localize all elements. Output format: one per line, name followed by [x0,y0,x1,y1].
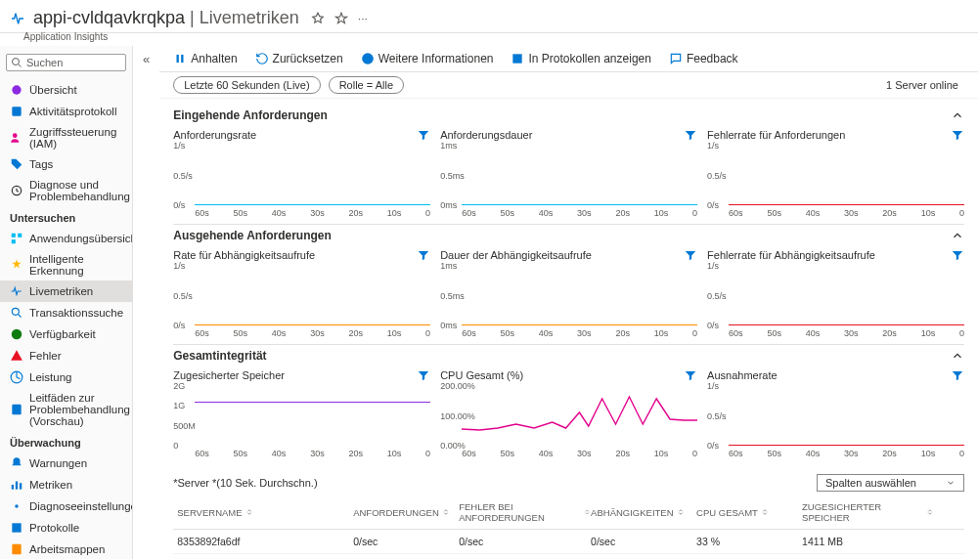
sidebar-item-metrics[interactable]: Metriken [0,474,132,495]
sidebar-item-logs[interactable]: Protokolle [0,517,132,538]
svg-rect-28 [513,54,522,63]
section-outgoing: Ausgehende Anforderungen [173,224,964,246]
svg-rect-7 [12,239,16,243]
more-icon[interactable]: ··· [358,12,368,25]
sort-icon [677,508,685,516]
collapse-sidebar-button[interactable]: « [133,46,159,559]
chart-title: Ausnahmerate [707,369,778,381]
chart-title: Anforderungsdauer [440,129,532,141]
sidebar-item-appmap[interactable]: Anwendungsübersicht [0,228,132,249]
sidebar-item-tags[interactable]: Tags [0,153,132,175]
svg-point-8 [12,308,19,315]
table-title: *Server *(10 Sek. Durchschn.) [173,477,317,489]
page-header: appi-cvldqavkrqkpa | Livemetriken ··· [0,0,978,33]
section-health: Gesamtintegrität [173,344,964,366]
toolbar: Anhalten Zurücksetzen Weitere Informatio… [159,46,978,72]
sidebar-section-explore: Untersuchen [0,206,132,228]
filter-icon[interactable] [951,248,964,262]
sidebar-item-alerts[interactable]: Warnungen [0,452,132,474]
sidebar-item-smart[interactable]: Intelligente Erkennung [0,249,132,280]
chart: Fehlerrate für Abhängigkeitsaufrufe 1/s0… [707,246,964,342]
sidebar: Suchen Übersicht Aktivitätsprotokoll Zug… [0,46,133,559]
sidebar-item-txsearch[interactable]: Transaktionssuche [0,302,132,323]
sort-icon [926,508,934,516]
sidebar-item-activity[interactable]: Aktivitätsprotokoll [0,101,132,122]
chart-title: Zugesicherter Speicher [173,369,285,381]
filter-icon[interactable] [684,128,697,142]
reset-button[interactable]: Zurücksetzen [255,52,343,65]
chevron-up-icon[interactable] [951,108,964,122]
sidebar-item-performance[interactable]: Leistung [0,366,132,388]
svg-rect-2 [12,107,21,115]
pause-button[interactable]: Anhalten [173,52,237,65]
filter-icon[interactable] [684,368,697,382]
search-input[interactable]: Suchen [6,54,126,71]
chevron-down-icon [946,478,956,488]
chart-title: Fehlerrate für Anforderungen [707,129,845,141]
chart: Anforderungsrate 1/s0.5/s0/s 60s50s40s30… [173,126,430,222]
filter-icon[interactable] [684,248,697,262]
svg-point-0 [13,59,20,65]
table-header-cell[interactable]: ABHÄNGIGKEITEN [591,507,696,518]
sort-icon [584,508,591,516]
sidebar-item-live[interactable]: Livemetriken [0,280,132,302]
sort-icon [245,508,253,516]
table-row[interactable]: 8353892fa6df 0/sec 0/sec 0/sec 33 % 1411… [173,530,964,554]
server-count: 1 Server online [886,79,964,91]
table-header-cell[interactable]: SERVERNAME [177,507,353,518]
sidebar-item-iam[interactable]: Zugriffssteuerung (IAM) [0,122,132,153]
sidebar-item-overview[interactable]: Übersicht [0,79,132,101]
pin-icon[interactable] [311,12,325,25]
role-filter[interactable]: Rolle = Alle [329,76,404,94]
chart: Ausnahmerate 1/s0.5/s0/s 60s50s40s30s20s… [707,366,964,462]
page-title: appi-cvldqavkrqkpa | Livemetriken [33,8,299,28]
svg-rect-16 [12,523,21,532]
svg-point-27 [362,53,374,65]
table-header-cell[interactable]: FEHLER BEI ANFORDERUNGEN [459,501,591,523]
chevron-up-icon[interactable] [951,229,964,242]
sidebar-item-workbooks[interactable]: Arbeitsmappen [0,538,132,559]
svg-rect-11 [12,405,21,415]
filter-icon[interactable] [951,368,964,382]
chart: Rate für Abhängigkeitsaufrufe 1/s0.5/s0/… [173,246,430,342]
chart: CPU Gesamt (%) 200.00%100.00%0.00% 60s50… [440,366,697,462]
time-filter[interactable]: Letzte 60 Sekunden (Live) [173,76,320,94]
sort-icon [442,508,450,516]
table-header-cell[interactable]: CPU GESAMT [696,507,802,518]
chart: Fehlerrate für Anforderungen 1/s0.5/s0/s… [707,126,964,222]
favorite-icon[interactable] [334,12,348,25]
svg-rect-5 [12,234,16,237]
svg-rect-26 [181,55,183,63]
svg-point-1 [12,85,21,94]
svg-rect-13 [16,482,18,490]
chart: Anforderungsdauer 1ms0.5ms0ms 60s50s40s3… [440,126,697,222]
chart: Dauer der Abhängigkeitsaufrufe 1ms0.5ms0… [440,246,697,342]
svg-rect-14 [20,483,22,489]
chart-title: Dauer der Abhängigkeitsaufrufe [440,249,592,261]
view-logs-button[interactable]: In Protokollen anzeigen [511,52,650,65]
filter-icon[interactable] [417,248,430,262]
feedback-button[interactable]: Feedback [669,52,738,65]
info-button[interactable]: Weitere Informationen [361,52,494,65]
chart-title: CPU Gesamt (%) [440,369,523,381]
sidebar-item-availability[interactable]: Verfügbarkeit [0,323,132,345]
sidebar-item-diagnose[interactable]: Diagnose und Problembehandlung [0,175,132,206]
filter-icon[interactable] [951,128,964,142]
svg-rect-12 [12,485,14,490]
svg-point-9 [12,329,22,340]
filter-icon[interactable] [417,128,430,142]
table-header-cell[interactable]: ZUGESICHERTER SPEICHER [802,501,934,523]
chart-title: Anforderungsrate [173,129,256,141]
chart: Zugesicherter Speicher 2G1G500M0 60s50s4… [173,366,430,462]
sidebar-item-diagsettings[interactable]: Diagnoseeinstellungen [0,495,132,517]
sidebar-item-failures[interactable]: Fehler [0,345,132,366]
sidebar-item-guides[interactable]: Leitfäden zur Problembehandlung (Vorscha… [0,388,132,431]
main-content: Anhalten Zurücksetzen Weitere Informatio… [159,46,978,559]
sort-icon [761,508,769,516]
column-selector[interactable]: Spalten auswählen [817,474,964,492]
search-icon [11,57,22,68]
table-header-cell[interactable]: ANFORDERUNGEN [353,507,459,518]
svg-rect-25 [177,55,179,63]
chevron-up-icon[interactable] [951,349,964,363]
filter-icon[interactable] [417,368,430,382]
